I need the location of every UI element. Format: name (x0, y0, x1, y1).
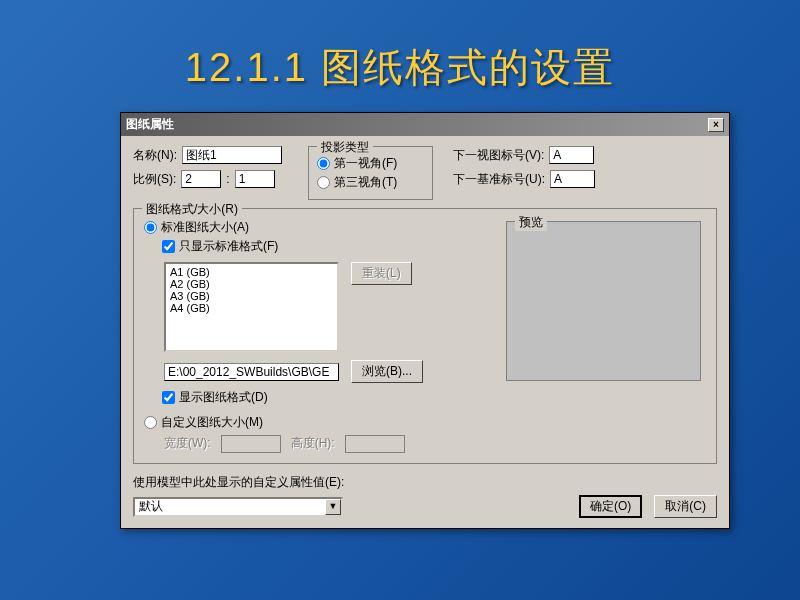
height-label: 高度(H): (291, 435, 335, 453)
third-angle-label: 第三视角(T) (334, 174, 397, 191)
only-standard-label: 只显示标准格式(F) (179, 238, 278, 255)
show-format-label: 显示图纸格式(D) (179, 389, 268, 406)
custom-size-label: 自定义图纸大小(M) (161, 414, 263, 431)
scale-label: 比例(S): (133, 171, 176, 188)
close-button[interactable]: × (708, 118, 724, 132)
chevron-down-icon: ▼ (325, 499, 341, 515)
first-angle-label: 第一视角(F) (334, 155, 397, 172)
list-item[interactable]: A1 (GB) (168, 266, 335, 278)
custom-prop-label: 使用模型中此处显示的自定义属性值(E): (133, 474, 717, 491)
titlebar: 图纸属性 × (121, 113, 729, 136)
projection-group-title: 投影类型 (317, 139, 373, 156)
scale-num-input[interactable] (181, 170, 221, 188)
next-datum-label: 下一基准标号(U): (453, 171, 545, 188)
name-label: 名称(N): (133, 147, 177, 164)
next-datum-input[interactable] (550, 170, 595, 188)
third-angle-radio[interactable] (317, 176, 330, 189)
list-item[interactable]: A4 (GB) (168, 302, 335, 314)
list-item[interactable]: A3 (GB) (168, 290, 335, 302)
format-group-title: 图纸格式/大小(R) (142, 201, 242, 218)
width-label: 宽度(W): (164, 435, 211, 453)
width-input (221, 435, 281, 453)
reload-button[interactable]: 重装(L) (351, 262, 412, 285)
preview-label: 预览 (515, 214, 547, 231)
next-view-label: 下一视图标号(V): (453, 147, 544, 164)
path-input[interactable] (164, 363, 339, 381)
slide-title: 12.1.1 图纸格式的设置 (0, 0, 800, 110)
show-format-check[interactable] (162, 391, 175, 404)
first-angle-radio[interactable] (317, 157, 330, 170)
custom-size-radio[interactable] (144, 416, 157, 429)
scale-sep: : (226, 172, 229, 186)
ok-button[interactable]: 确定(O) (579, 495, 642, 518)
dialog-title: 图纸属性 (126, 116, 174, 133)
scale-den-input[interactable] (235, 170, 275, 188)
custom-prop-dropdown[interactable]: 默认 ▼ (133, 497, 343, 517)
sheet-properties-dialog: 图纸属性 × 名称(N): 比例(S): : 投影类型 (120, 112, 730, 529)
format-listbox[interactable]: A1 (GB) A2 (GB) A3 (GB) A4 (GB) (164, 262, 339, 352)
next-view-input[interactable] (549, 146, 594, 164)
list-item[interactable]: A2 (GB) (168, 278, 335, 290)
standard-size-radio[interactable] (144, 221, 157, 234)
standard-size-label: 标准图纸大小(A) (161, 219, 249, 236)
preview-panel: 预览 (506, 221, 701, 381)
cancel-button[interactable]: 取消(C) (654, 495, 717, 518)
only-standard-check[interactable] (162, 240, 175, 253)
height-input (345, 435, 405, 453)
dropdown-value: 默认 (139, 498, 163, 515)
name-input[interactable] (182, 146, 282, 164)
browse-button[interactable]: 浏览(B)... (351, 360, 423, 383)
